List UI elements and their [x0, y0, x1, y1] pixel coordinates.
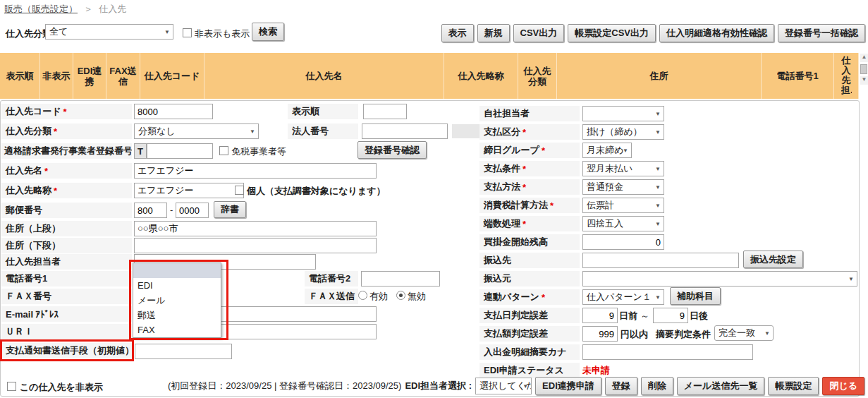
chevron-down-icon: ▼ — [655, 166, 661, 172]
chevron-down-icon: ▼ — [655, 184, 661, 191]
chevron-down-icon: ▼ — [655, 203, 661, 209]
supplier-category-select[interactable]: 分類なし▼ — [134, 123, 259, 139]
transfer-to-input[interactable] — [582, 253, 739, 268]
grid-col-hidden[interactable]: 非表示 — [40, 53, 73, 99]
close-button[interactable]: 閉じる — [822, 377, 864, 395]
grid-col-phone1[interactable]: 電話番号1 — [762, 53, 834, 99]
summary-condition-select[interactable]: 完全一致▼ — [714, 325, 774, 341]
report-setting-button[interactable]: 帳票設定 — [768, 377, 819, 395]
fax-send-option-off: 無効 — [408, 290, 426, 303]
tax-exempt-checkbox[interactable] — [219, 146, 228, 155]
chevron-down-icon: ▼ — [164, 29, 170, 35]
transfer-to-setting-button[interactable]: 振込先設定 — [743, 251, 803, 268]
grid-col-category[interactable]: 仕入先分類 — [518, 53, 557, 99]
select-value: 仕入パターン１ — [587, 291, 652, 303]
corporate-number-input[interactable] — [362, 123, 448, 139]
link-pattern-select[interactable]: 仕入パターン１▼ — [582, 289, 664, 305]
postal-code-input-2[interactable] — [176, 203, 209, 218]
rounding-select[interactable]: 四捨五入▼ — [582, 216, 664, 231]
company-contact-select[interactable]: ▼ — [582, 106, 664, 121]
payment-terms-select[interactable]: 翌月末払い▼ — [582, 161, 664, 176]
postal-dictionary-button[interactable]: 辞書 — [214, 201, 246, 218]
mail-destination-list-button[interactable]: メール送信先一覧 — [677, 377, 765, 395]
tax-calc-method-select[interactable]: 伝票計▼ — [582, 198, 664, 213]
dropdown-option-post[interactable]: 郵送 — [133, 308, 221, 322]
report-csv-export-button[interactable]: 帳票設定CSV出力 — [568, 24, 656, 42]
grid-col-display-order[interactable]: 表示順 — [0, 53, 40, 99]
edi-link-apply-button[interactable]: EDI連携申請 — [535, 377, 601, 395]
supplier-code-input[interactable] — [134, 104, 213, 119]
payment-date-after-input[interactable] — [653, 308, 688, 323]
postal-code-separator: - — [170, 205, 173, 215]
dropdown-option-edi[interactable]: EDI — [133, 278, 221, 293]
scroll-down-icon[interactable]: ▼ — [860, 76, 868, 85]
payment-amount-tolerance-label: 支払額判定誤差 — [479, 326, 580, 342]
grid-col-address[interactable]: 住所 — [557, 53, 762, 99]
search-button[interactable]: 検索 — [252, 23, 284, 41]
payment-terms-label: 支払条件* — [479, 161, 580, 176]
grid-col-short-name[interactable]: 仕入先略称 — [444, 53, 518, 99]
reg-number-batch-check-button[interactable]: 登録番号一括確認 — [778, 24, 865, 42]
grid-col-fax[interactable]: FAX送信 — [106, 53, 140, 99]
grid-col-edi[interactable]: EDI連携 — [73, 53, 106, 99]
postal-code-input-1[interactable] — [134, 203, 167, 218]
summary-condition-label: 摘要判定条件 — [656, 328, 711, 341]
required-mark: * — [54, 126, 57, 137]
supplier-category-filter-select[interactable]: 全て ▼ — [45, 24, 173, 40]
invoice-reg-number-input[interactable] — [147, 143, 213, 159]
individual-checkbox[interactable] — [235, 186, 244, 195]
phone2-input[interactable] — [361, 271, 440, 287]
reg-number-confirm-button[interactable]: 登録番号確認 — [357, 141, 427, 159]
fax-send-radio-off[interactable] — [396, 291, 405, 300]
opening-balance-input[interactable] — [582, 234, 664, 250]
label-text: 支払条件 — [484, 162, 520, 175]
grid-col-supplier-contact[interactable]: 仕入先担… — [834, 53, 859, 99]
csv-export-button[interactable]: CSV出力 — [513, 24, 565, 42]
registration-info: (初回登録日：2023/09/25 | 登録番号確認日：2023/09/25) — [168, 380, 401, 392]
chevron-down-icon: ▼ — [848, 276, 854, 282]
dropdown-option-blank[interactable] — [133, 263, 221, 278]
fax-send-option-on: 有効 — [369, 290, 388, 303]
payment-date-tolerance-label: 支払日判定誤差 — [479, 308, 580, 323]
sub-account-button[interactable]: 補助科目 — [670, 287, 721, 305]
scroll-up-icon[interactable]: ▲ — [860, 54, 868, 62]
show-hidden-checkbox[interactable] — [183, 28, 192, 37]
dropdown-option-mail[interactable]: メール — [133, 293, 221, 308]
payment-notice-method-input[interactable] — [135, 344, 232, 359]
address-lower-input[interactable] — [134, 238, 377, 253]
delete-button[interactable]: 削除 — [641, 377, 673, 395]
fax-send-radio-on[interactable] — [358, 291, 367, 300]
show-list-button[interactable]: 表示 — [441, 24, 474, 42]
new-button[interactable]: 新規 — [477, 24, 510, 42]
individual-label: 個人（支払調書対象になります） — [247, 185, 386, 198]
supplier-short-name-input[interactable] — [134, 183, 244, 198]
hide-supplier-checkbox[interactable] — [7, 382, 16, 391]
address-upper-input[interactable] — [134, 221, 377, 236]
transfer-from-select[interactable]: ▼ — [582, 271, 857, 287]
display-order-input[interactable] — [363, 104, 407, 119]
dropdown-option-fax[interactable]: FAX — [133, 322, 221, 337]
closing-group-select[interactable]: 月末締め▼ — [582, 143, 632, 158]
invoice-reg-number-label: 適格請求書発行事業者登録番号 — [1, 143, 132, 159]
invoice-validity-check-button[interactable]: 仕入明細適格有効性確認 — [659, 24, 774, 42]
statement-kana-input[interactable] — [582, 344, 753, 360]
payment-method-select[interactable]: 普通預金▼ — [582, 179, 664, 195]
statement-kana-label: 入出金明細摘要カナ — [479, 344, 580, 360]
edi-status-value: 未申請 — [582, 364, 610, 377]
grid-col-supplier-code[interactable]: 仕入先コード — [140, 53, 204, 99]
payment-type-select[interactable]: 掛け（締め）▼ — [582, 124, 664, 140]
breadcrumb-link-sales[interactable]: 販売（販売設定） — [4, 4, 78, 14]
register-button[interactable]: 登録 — [605, 377, 637, 395]
payment-amount-input[interactable] — [582, 326, 618, 342]
payment-date-after-unit: 日後 — [690, 310, 708, 322]
uri-label: ＵＲＩ — [1, 324, 132, 339]
grid-col-supplier-name[interactable]: 仕入先名 — [204, 53, 444, 99]
supplier-master-page: 販売（販売設定） ＞ 仕入先 仕入先分類 全て ▼ 非表示も表示 検索 表示 新… — [0, 0, 868, 398]
show-hidden-label: 非表示も表示 — [195, 28, 250, 40]
scrollbar-thumb[interactable] — [860, 64, 867, 74]
label-text: 仕入先分類 — [6, 125, 51, 138]
label-text: 端数処理 — [484, 217, 520, 230]
payment-date-before-input[interactable] — [582, 308, 618, 323]
supplier-name-input[interactable] — [134, 163, 377, 179]
edi-contact-select[interactable]: 選択してください▼ — [475, 378, 532, 394]
